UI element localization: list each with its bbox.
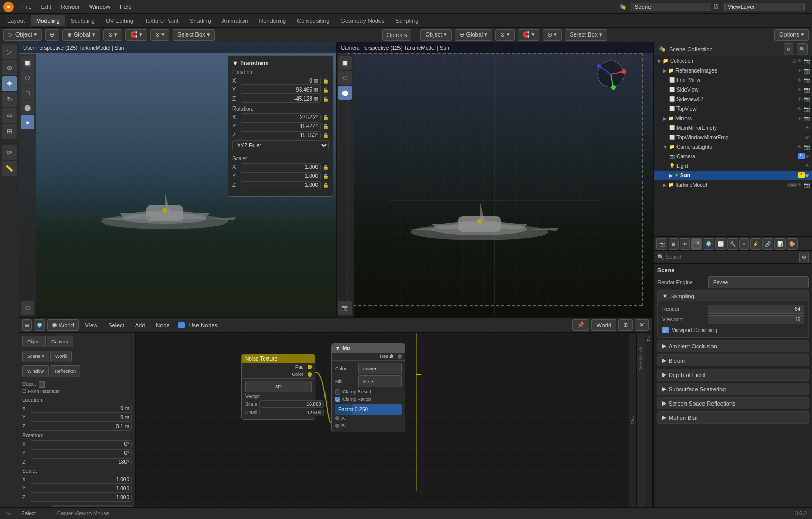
tree-sideview02[interactable]: ⬜ Sideview02 👁📷 [654,94,812,104]
ambient-occlusion-header[interactable]: ▶ Ambient Occlusion [658,341,808,352]
bottom-rot-z[interactable] [31,458,132,466]
tree-cameraslights[interactable]: ▼ 📁 CamerasLights 👁📷 [654,142,812,151]
scale-x-lock[interactable]: 🔒 [323,165,329,170]
vp-rendered-btn[interactable]: ● [21,115,34,129]
twme-eye[interactable]: 👁 [805,135,810,140]
proportional-edit[interactable]: ⊙ ▾ [150,29,169,41]
viewport-gizmo-right[interactable]: X Y Z [595,58,627,90]
scale-y-lock[interactable]: 🔒 [323,174,329,179]
node-editor-toggle[interactable]: ⊞ [22,319,32,331]
loc-z-input[interactable] [241,95,321,103]
proportional-btn-right[interactable]: ⊙ ▾ [543,29,562,41]
tab-add-btn[interactable]: + [424,17,434,24]
vp-right-view-btn[interactable]: 🔲 [338,56,352,70]
bottom-loc-x[interactable] [31,405,132,413]
clamp-factor-check[interactable]: ✓ [335,397,340,402]
factor-bar[interactable]: Factor 0.250 [335,404,402,415]
prop-tab-output[interactable]: 🖥 [669,238,679,250]
mix-type-select[interactable]: Mix ▾ [358,375,402,387]
tool-move[interactable]: ✥ [2,76,17,91]
loc-x-lock[interactable]: 🔒 [323,78,329,84]
snap-btn[interactable]: ⊕ [45,29,59,41]
bottom-rot-x[interactable] [31,440,132,448]
options-btn-right[interactable]: Options ▾ [774,29,809,41]
node-menu-select[interactable]: Select [104,321,129,329]
ri-eye[interactable]: 👁 [797,68,802,74]
menu-file[interactable]: File [18,3,36,11]
tab-geometry-nodes[interactable]: Geometry Nodes [335,15,390,26]
tree-mainmirrorempty[interactable]: ⬜ MainMirrorEmpty 👁 [654,123,812,132]
vp-right-solid-btn[interactable]: ⬤ [338,86,352,100]
tab-layout[interactable]: Layout [2,15,30,26]
loc-y-lock[interactable]: 🔒 [323,87,329,93]
cl-cam[interactable]: 📷 [804,144,810,150]
subsurface-scattering-header[interactable]: ▶ Subsurface Scattering [658,383,808,395]
vp-local-view-btn[interactable]: □ [21,301,34,315]
cl-eye[interactable]: 👁 [797,144,802,150]
viewport-left[interactable]: User Perspective (125) TarkineModel | Su… [19,42,337,317]
node-menu-node[interactable]: Node [151,321,174,329]
render-engine-select[interactable]: Eevee [708,276,809,288]
tab-reflection[interactable]: Reflection [50,365,80,377]
node-pin-btn[interactable]: 📌 [572,319,589,331]
prop-tab-world[interactable]: 🌍 [703,238,714,250]
sun-eye[interactable]: 👁 [805,173,810,178]
drag-select[interactable]: Select Box ▾ [173,29,215,41]
tool-measure[interactable]: 📏 [2,161,17,176]
motion-blur-header[interactable]: ▶ Motion Blur [658,412,808,423]
mir-cam[interactable]: 📷 [804,115,810,121]
tree-sideview[interactable]: ⬜ SideView 👁📷 [654,85,812,94]
tree-tarkinemodel[interactable]: ▶ 📁 TarkineModel 162 👁📷 [654,180,812,190]
outliner-filter-btn[interactable]: ⚙ [784,43,793,55]
tree-col-eye[interactable]: 👁 [797,58,802,64]
vp-right-camera-btn[interactable]: 📷 [338,301,352,315]
prop-tab-obj[interactable]: ⬜ [715,238,726,250]
node-menu-view[interactable]: View [81,321,102,329]
noise-scale-input[interactable] [259,400,324,408]
sampling-header[interactable]: ▼ Sampling [658,291,808,301]
tool-scale[interactable]: ⇔ [2,108,17,123]
mir-eye[interactable]: 👁 [797,115,802,121]
scale-y-input[interactable] [241,172,321,180]
bottom-scale-x[interactable] [31,476,132,484]
tool-rotate[interactable]: ↻ [2,92,17,107]
clamp-result-check[interactable] [335,389,340,395]
tree-frontview[interactable]: ⬜ FrontView 👁📷 [654,75,812,85]
mode-select-btn[interactable]: ▷ Object ▾ [3,29,42,41]
prop-tab-data[interactable]: 📊 [774,238,786,250]
rot-y-input[interactable] [241,122,321,130]
menu-render[interactable]: Render [57,3,84,11]
screen-space-reflections-header[interactable]: ▶ Screen Space Reflections [658,398,808,409]
loc-z-lock[interactable]: 🔒 [323,96,329,102]
tab-world-btn[interactable]: World [50,351,72,362]
scale-x-input[interactable] [241,163,321,171]
noise-type-3d[interactable]: 3D [245,381,312,392]
tree-topview[interactable]: ⬜ TopView 👁📷 [654,104,812,113]
tree-collection[interactable]: ▼ 📁 Collection ☑ 👁 📷 [654,56,812,66]
prop-filter-btn[interactable]: ⚙ [799,252,809,263]
tree-col-vis[interactable]: ☑ [791,58,796,64]
prop-tab-particles[interactable]: ✳ [739,238,749,250]
prop-tab-phys[interactable]: ⚡ [750,238,761,250]
bottom-rot-y[interactable] [31,449,132,457]
euler-select[interactable]: XYZ Euler [232,140,329,150]
rot-y-lock[interactable]: 🔒 [323,124,329,129]
tm-cam[interactable]: 📷 [804,182,810,188]
tab-camera[interactable]: Camera [47,336,73,347]
rot-x-input[interactable] [241,113,321,121]
prop-tab-modifier[interactable]: 🔧 [727,238,738,250]
depth-of-field-header[interactable]: ▶ Depth of Field [658,369,808,380]
vp-wireframe-btn[interactable]: ◻ [21,86,34,100]
bottom-loc-z[interactable] [31,423,132,431]
scale-z-input[interactable] [241,181,321,189]
snap-btn-right[interactable]: 🧲 ▾ [518,29,539,41]
menu-help[interactable]: Help [115,3,136,11]
tree-camera[interactable]: 📷 Camera C 👁 [654,151,812,161]
rot-z-input[interactable] [241,131,321,139]
sv-cam[interactable]: 📷 [804,87,810,93]
menu-window[interactable]: Window [85,3,114,11]
scene-name-input[interactable] [631,3,711,11]
pivot-btn[interactable]: ⊙ ▾ [103,29,122,41]
tool-select[interactable]: ▷ [2,44,17,59]
tab-modeling[interactable]: Modeling [31,15,65,26]
